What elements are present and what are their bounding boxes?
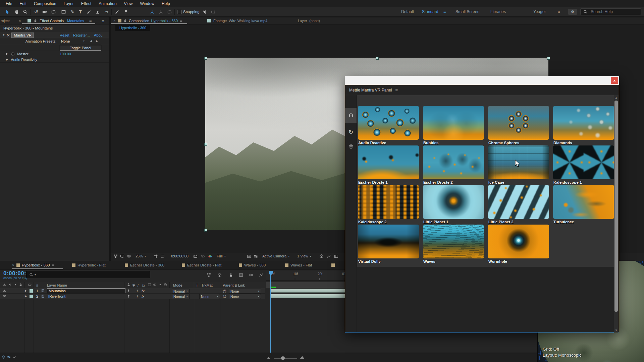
workspace-standard[interactable]: Standard <box>422 7 438 16</box>
effect-expand-icon[interactable]: ▼ <box>2 34 5 37</box>
parent-dropdown[interactable]: None▾ <box>229 289 261 294</box>
layer-row-2[interactable]: ▶ 2 [Riverfront] / fx Normal▾ None▾ @ No… <box>0 294 265 299</box>
expand-transfer-controls-icon[interactable] <box>7 355 11 359</box>
effect-about-link[interactable]: Abou <box>94 33 103 37</box>
view-count-dropdown[interactable]: 1 View▾ <box>297 254 311 258</box>
mask-visibility-icon[interactable] <box>127 254 131 258</box>
zoom-in-mini-icon[interactable] <box>300 356 305 359</box>
mode-column-header[interactable]: Mode <box>173 283 182 287</box>
effect-name[interactable]: Mantra VR <box>11 33 34 38</box>
layer-handle-bottom-left[interactable] <box>204 229 207 232</box>
scrollbar-thumb[interactable] <box>614 101 618 312</box>
zoom-tool-icon[interactable] <box>21 8 29 15</box>
layer-fx-icon[interactable]: fx <box>142 294 145 298</box>
roi-icon[interactable] <box>247 254 251 258</box>
effect-controls-tab-target[interactable]: Mountains <box>67 19 84 23</box>
comp-tab-name[interactable]: Hyperbolix - 360 <box>151 19 178 23</box>
transparency-grid-icon[interactable] <box>254 254 258 258</box>
resolution-dropdown[interactable]: Full▾ <box>217 254 226 258</box>
layer-name[interactable]: [Riverfront] <box>48 294 66 298</box>
workspace-small-screen[interactable]: Small Screen <box>455 7 479 16</box>
layer-expand-icon[interactable]: ▶ <box>25 289 27 292</box>
timeline-tab[interactable]: Hyperbolix - Flat <box>72 261 106 269</box>
pixel-aspect-icon[interactable] <box>319 254 324 258</box>
menu-window[interactable]: Window <box>136 1 158 6</box>
workspace-libraries[interactable]: Libraries <box>490 7 506 16</box>
parent-pickwhip-icon[interactable]: @ <box>223 294 226 298</box>
animation-presets-dropdown-icon[interactable]: ▾ <box>83 40 85 43</box>
timeline-tab-active[interactable]: × Hyperbolix - 360 ≡ <box>12 261 54 269</box>
world-axis-mode-icon[interactable] <box>157 8 165 15</box>
viewer-tab[interactable]: Hyperbolix - 360 <box>115 25 150 31</box>
pen-tool-icon[interactable]: ✎ <box>68 8 76 15</box>
layer-anchor-icon[interactable] <box>127 294 130 298</box>
timeline-tab[interactable]: Escher Droste - 360 <box>125 261 164 269</box>
main-monitor-icon[interactable] <box>120 254 124 258</box>
menu-edit[interactable]: Edit <box>16 1 30 6</box>
graph-editor-icon[interactable] <box>259 273 263 277</box>
panel-overflow-icon[interactable]: » <box>102 18 104 23</box>
preset-tile-bubbles[interactable]: Bubbles <box>423 106 484 145</box>
comp-mini-flowchart-icon[interactable] <box>207 273 211 277</box>
timeline-button-icon[interactable] <box>334 254 338 258</box>
panel-menu-icon[interactable]: ≡ <box>395 87 398 93</box>
scroll-down-icon[interactable]: ▼ <box>614 328 619 333</box>
parent-link-column-header[interactable]: Parent & Link <box>223 283 245 287</box>
timeline-tab[interactable]: Waves - Flat <box>285 261 312 269</box>
workspace-overflow-icon[interactable]: » <box>557 7 560 16</box>
zoom-out-mini-icon[interactable] <box>267 357 270 359</box>
puppet-pin-tool-icon[interactable] <box>122 8 130 15</box>
menu-file[interactable]: File <box>2 1 16 6</box>
layer-quality-icon[interactable]: / <box>137 289 138 293</box>
view-axis-mode-icon[interactable] <box>166 8 173 15</box>
layer-color-swatch[interactable] <box>30 289 33 293</box>
eraser-tool-icon[interactable]: ▱ <box>103 8 110 15</box>
channel-settings-icon[interactable] <box>208 254 212 258</box>
preset-tile-virtual-dolly[interactable]: Virtual Dolly <box>358 225 419 263</box>
playhead-line[interactable] <box>270 271 271 353</box>
master-expand-icon[interactable]: ▶ <box>6 52 8 55</box>
menu-help[interactable]: Help <box>158 1 174 6</box>
roto-brush-tool-icon[interactable] <box>113 8 121 15</box>
panel-menu-icon[interactable]: ≡ <box>89 18 92 23</box>
search-help-input[interactable] <box>590 9 635 14</box>
timeline-tab-partial[interactable] <box>331 261 335 269</box>
draft-3d-icon[interactable] <box>217 273 222 277</box>
layer-handle-top-left[interactable] <box>204 57 207 60</box>
layer-color-swatch[interactable] <box>30 295 33 298</box>
preset-tile-waves[interactable]: Waves <box>423 225 484 263</box>
sync-settings-icon[interactable]: ⚙ <box>568 9 577 15</box>
preset-tile-little-planet-2[interactable]: Little Planet 2 <box>488 185 549 224</box>
footage-tab-prefix[interactable]: Footage <box>213 19 227 23</box>
panel-scrollbar[interactable]: ▲ ▼ <box>614 95 619 333</box>
region-of-interest-icon[interactable] <box>160 254 165 258</box>
workspace-default[interactable]: Default <box>401 7 414 16</box>
preset-next-icon[interactable]: ▶ <box>96 40 98 43</box>
layer-handle-top-right[interactable] <box>547 57 550 60</box>
workspace-menu-icon[interactable]: ≡ <box>443 7 446 16</box>
expand-layer-switches-icon[interactable] <box>2 355 5 359</box>
close-icon[interactable]: x <box>611 77 618 84</box>
t-column-header[interactable]: T <box>196 283 198 287</box>
preset-tile-kaleidoscope-2[interactable]: Kaleidoscope 2 <box>358 185 419 224</box>
trash-icon[interactable] <box>347 143 354 149</box>
animation-presets-value[interactable]: None <box>61 39 70 43</box>
menu-animation[interactable]: Animation <box>95 1 120 6</box>
menu-layer[interactable]: Layer <box>60 1 77 6</box>
layer-tab-prefix[interactable]: Layer <box>298 19 307 23</box>
camera-tool-icon[interactable] <box>41 8 49 15</box>
frame-blending-icon[interactable] <box>239 273 243 277</box>
timeline-tab-close-icon[interactable]: × <box>12 263 14 267</box>
fast-previews-icon[interactable] <box>327 254 331 258</box>
always-preview-icon[interactable] <box>113 254 118 258</box>
effect-register-link[interactable]: Register... <box>73 33 90 37</box>
layer-handle-mid-left[interactable] <box>204 143 207 146</box>
show-snapshot-icon[interactable] <box>201 254 205 258</box>
parent-pickwhip-icon[interactable]: @ <box>223 289 226 293</box>
comp-current-time[interactable]: 0:00:00:00 <box>171 254 189 258</box>
timeline-zoom-slider-knob[interactable] <box>281 356 285 360</box>
project-tab-partial[interactable]: roject <box>1 19 10 23</box>
audio-expand-icon[interactable]: ▶ <box>6 58 8 61</box>
layer-fx-icon[interactable]: fx <box>142 289 145 293</box>
expand-inout-panes-icon[interactable] <box>12 355 16 359</box>
